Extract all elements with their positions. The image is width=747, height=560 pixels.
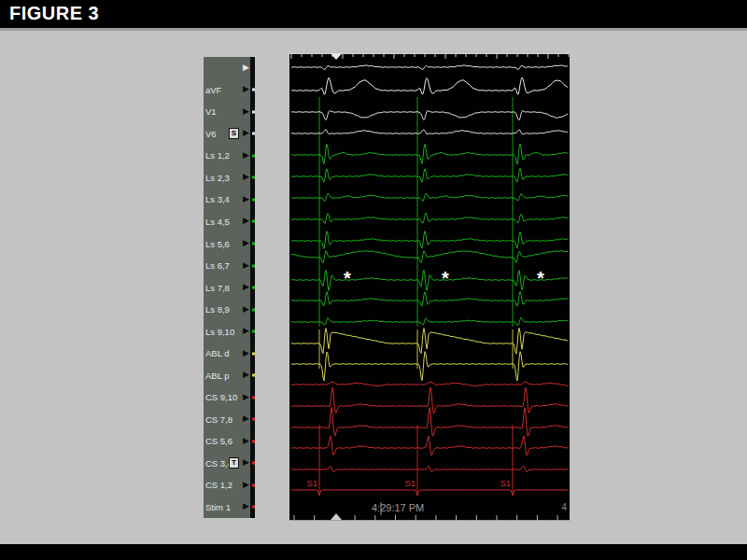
channel-expand-arrow-icon[interactable]: ▶: [243, 393, 249, 401]
channel-color-tick: [252, 308, 255, 311]
channel-row-ls-1-2[interactable]: Ls 1,2▶: [204, 145, 255, 167]
channel-expand-arrow-icon[interactable]: ▶: [243, 327, 249, 335]
channel-color-tick: [252, 89, 255, 91]
trace-ls-1-2: [291, 144, 568, 164]
channel-list-panel: ▶aVF▶V1▶V6S▶Ls 1,2▶Ls 2,3▶Ls 3,4▶Ls 4,5▶…: [204, 57, 255, 518]
channel-color-tick: [252, 176, 255, 179]
trace-ls-9-10: [291, 317, 568, 326]
channel-expand-arrow-icon[interactable]: ▶: [243, 63, 249, 72]
trace-abl-p: [291, 352, 568, 381]
channel-expand-arrow-icon[interactable]: ▶: [243, 371, 249, 380]
channel-color-tick: [252, 330, 255, 333]
channel-row-abl-d[interactable]: ABL d▶: [204, 343, 255, 365]
channel-color-tick: [252, 287, 255, 289]
trace-ls-7-8: [291, 270, 568, 290]
channel-label: CS 5,6: [205, 436, 233, 446]
channel-row-ls-7-8[interactable]: Ls 7,8▶: [204, 276, 255, 299]
channel-expand-arrow-icon[interactable]: ▶: [243, 503, 249, 511]
channel-row-avf[interactable]: aVF▶: [204, 79, 255, 102]
title-bar-shadow: [0, 28, 747, 31]
channel-expand-arrow-icon[interactable]: ▶: [243, 437, 249, 445]
channel-color-tick: [252, 220, 255, 223]
channel-expand-arrow-icon[interactable]: ▶: [243, 459, 249, 468]
channel-row-abl-p[interactable]: ABL p▶: [204, 364, 255, 386]
channel-expand-arrow-icon[interactable]: ▶: [243, 86, 249, 94]
page-number: 4: [561, 502, 567, 512]
channel-row-v1[interactable]: V1▶: [204, 101, 255, 123]
channel-expand-arrow-icon[interactable]: ▶: [243, 415, 249, 424]
channel-label: Ls 3,4: [205, 194, 230, 204]
channel-expand-arrow-icon[interactable]: ▶: [243, 261, 249, 270]
channel-row-cs-5-6[interactable]: CS 5,6▶: [204, 430, 255, 453]
channel-row-ls-3-4[interactable]: Ls 3,4▶: [204, 189, 255, 211]
channel-expand-arrow-icon[interactable]: ▶: [243, 174, 249, 182]
channel-badge-t: T: [229, 457, 239, 469]
channel-label: V6: [205, 129, 217, 139]
channel-expand-arrow-icon[interactable]: ▶: [243, 239, 249, 247]
channel-expand-arrow-icon[interactable]: ▶: [243, 195, 249, 203]
waveform-panel[interactable]: S1S1S1 *** 4:29:17 PM 4: [289, 53, 570, 521]
asterisk-annotation: *: [344, 268, 351, 288]
channel-label: Ls 8,9: [205, 304, 230, 315]
trace-avf: [291, 77, 568, 94]
channel-color-tick: [252, 264, 255, 267]
channel-label: Ls 5,6: [205, 239, 230, 249]
channel-label: Ls 1,2: [205, 150, 230, 161]
channel-row-cs-1-2[interactable]: CS 1,2▶: [204, 474, 255, 497]
channel-label: ABL d: [205, 348, 230, 358]
channel-color-tick: [252, 440, 255, 442]
channel-expand-arrow-icon[interactable]: ▶: [243, 305, 249, 314]
traces: [291, 65, 568, 496]
trace-cs-1-2: [291, 466, 568, 472]
trace-ls-5-6: [291, 231, 568, 249]
channel-row-ls-8-9[interactable]: Ls 8,9▶: [204, 299, 255, 321]
channel-row-ls-5-6[interactable]: Ls 5,6▶: [204, 232, 255, 255]
channel-row-stim-1[interactable]: Stim 1▶: [204, 497, 255, 519]
channel-expand-arrow-icon[interactable]: ▶: [243, 481, 249, 489]
channel-expand-arrow-icon[interactable]: ▶: [243, 283, 249, 291]
channel-expand-arrow-icon[interactable]: ▶: [243, 151, 249, 160]
timestamp-label: 4:29:17 PM: [372, 502, 424, 513]
channel-color-tick: [252, 154, 255, 157]
s1-marker-label: S1: [500, 478, 511, 488]
channel-color-tick: [252, 110, 255, 113]
channel-row-ls-9-10[interactable]: Ls 9,10▶: [204, 320, 255, 343]
channel-expand-arrow-icon[interactable]: ▶: [243, 107, 249, 116]
channel-color-tick: [252, 243, 255, 245]
channel-badge-s: S: [229, 128, 239, 139]
channel-color-tick: [252, 418, 255, 421]
s1-marker-label: S1: [404, 478, 416, 488]
channel-color-tick: [252, 506, 255, 509]
screen: FIGURE 3 ▶aVF▶V1▶V6S▶Ls 1,2▶Ls 2,3▶Ls 3,…: [0, 0, 747, 560]
trace-ls-4-5: [291, 213, 568, 223]
channel-label: CS 1,2: [205, 480, 233, 490]
figure-title-bar: FIGURE 3: [0, 0, 747, 28]
channel-color-tick: [252, 198, 255, 201]
channel-expand-arrow-icon[interactable]: ▶: [243, 130, 249, 138]
channel-row-cs-9-10[interactable]: CS 9,10▶: [204, 386, 255, 409]
channel-label: Ls 7,8: [205, 283, 230, 293]
channel-label: Stim 1: [205, 502, 231, 512]
channel-expand-arrow-icon[interactable]: ▶: [243, 349, 249, 357]
trace-cs-9-10: [291, 382, 568, 386]
channel-label: Ls 2,3: [205, 173, 230, 183]
channel-row-ls-2-3[interactable]: Ls 2,3▶: [204, 167, 255, 189]
trace-ls-8-9: [291, 291, 568, 306]
bottom-bar: [0, 544, 747, 560]
channel-row-cs-7-8[interactable]: CS 7,8▶: [204, 409, 255, 431]
channel-color-tick: [252, 483, 255, 486]
channel-row-cs-3-4[interactable]: CS 3,4T▶: [204, 453, 255, 475]
channel-rows: ▶aVF▶V1▶V6S▶Ls 1,2▶Ls 2,3▶Ls 3,4▶Ls 4,5▶…: [204, 57, 255, 518]
channel-label: V1: [205, 106, 217, 117]
channel-expand-arrow-icon[interactable]: ▶: [243, 217, 249, 226]
channel-label: aVF: [205, 85, 221, 95]
trace-cs-3-4: [291, 436, 568, 455]
channel-row-ls-6-7[interactable]: Ls 6,7▶: [204, 255, 255, 277]
channel-row-v6[interactable]: V6S▶: [204, 123, 255, 146]
channel-row-blank[interactable]: ▶: [204, 57, 255, 79]
channel-color-tick: [252, 352, 255, 355]
sweep-marker-bottom-icon[interactable]: [331, 513, 342, 520]
trace-v1: [291, 110, 568, 119]
channel-row-ls-4-5[interactable]: Ls 4,5▶: [204, 211, 255, 233]
trace-stim-1: [291, 490, 568, 496]
